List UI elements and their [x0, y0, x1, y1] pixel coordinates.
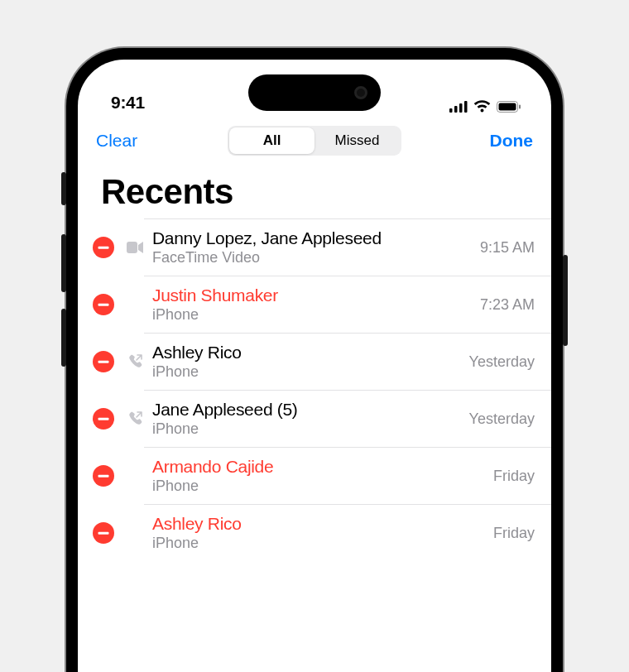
side-button	[563, 255, 568, 346]
volume-up-button	[61, 234, 66, 292]
call-type-icon	[126, 524, 144, 542]
call-info: Ashley RicoiPhone	[152, 343, 461, 381]
svg-rect-0	[449, 108, 453, 113]
call-name: Ashley Rico	[152, 514, 485, 534]
segment-missed[interactable]: Missed	[314, 127, 400, 154]
call-row[interactable]: Justin ShumakeriPhone7:23 AM	[144, 276, 551, 333]
svg-rect-5	[499, 103, 516, 110]
call-type-icon	[126, 238, 144, 257]
call-type-icon	[126, 467, 144, 485]
call-time: Yesterday	[469, 410, 535, 428]
call-sub: iPhone	[152, 363, 461, 381]
call-name: Danny Lopez, Jane Appleseed	[152, 228, 472, 248]
call-name: Justin Shumaker	[152, 286, 472, 305]
call-row[interactable]: Danny Lopez, Jane AppleseedFaceTime Vide…	[144, 218, 551, 276]
dynamic-island	[248, 74, 381, 111]
svg-rect-1	[454, 106, 458, 113]
phone-frame: 9:41 Clear All Missed Done Recents Danny…	[66, 48, 563, 672]
battery-icon	[497, 101, 521, 113]
volume-down-button	[61, 309, 66, 367]
call-sub: iPhone	[152, 478, 485, 495]
delete-icon[interactable]	[93, 351, 114, 372]
status-icons	[449, 100, 521, 113]
wifi-icon	[473, 100, 491, 113]
call-name: Ashley Rico	[152, 343, 461, 362]
page-title: Recents	[78, 161, 551, 218]
segment-all[interactable]: All	[229, 127, 314, 154]
call-time: Friday	[493, 468, 535, 485]
call-time: 9:15 AM	[480, 239, 535, 257]
call-info: Ashley RicoiPhone	[152, 514, 485, 552]
nav-bar: Clear All Missed Done	[78, 118, 551, 161]
clear-button[interactable]: Clear	[96, 131, 154, 151]
recents-list: Danny Lopez, Jane AppleseedFaceTime Vide…	[78, 218, 551, 561]
delete-icon[interactable]	[93, 465, 114, 487]
screen: 9:41 Clear All Missed Done Recents Danny…	[78, 60, 551, 672]
status-time: 9:41	[111, 93, 145, 113]
delete-icon[interactable]	[93, 237, 114, 258]
call-info: Armando CajideiPhone	[152, 457, 485, 495]
delete-icon[interactable]	[93, 408, 114, 430]
svg-rect-2	[459, 103, 463, 113]
call-sub: FaceTime Video	[152, 249, 472, 266]
call-time: 7:23 AM	[480, 296, 535, 314]
call-info: Justin ShumakeriPhone	[152, 286, 472, 324]
call-type-icon	[126, 353, 144, 371]
silent-switch	[61, 172, 66, 205]
call-row[interactable]: Armando CajideiPhoneFriday	[144, 447, 551, 504]
call-name: Armando Cajide	[152, 457, 485, 477]
call-name: Jane Appleseed (5)	[152, 400, 461, 420]
call-sub: iPhone	[152, 535, 485, 552]
svg-rect-6	[519, 104, 521, 108]
segmented-control[interactable]: All Missed	[228, 126, 401, 156]
call-time: Friday	[493, 525, 535, 542]
svg-rect-3	[464, 101, 468, 113]
call-sub: iPhone	[152, 420, 461, 438]
call-type-icon	[126, 410, 144, 428]
delete-icon[interactable]	[93, 522, 114, 544]
front-camera	[354, 86, 367, 99]
delete-icon[interactable]	[93, 294, 114, 315]
call-time: Yesterday	[469, 353, 535, 371]
call-row[interactable]: Ashley RicoiPhoneFriday	[144, 504, 551, 561]
call-row[interactable]: Jane Appleseed (5)iPhoneYesterday	[144, 390, 551, 447]
svg-rect-7	[127, 242, 137, 253]
call-row[interactable]: Ashley RicoiPhoneYesterday	[144, 333, 551, 390]
cellular-icon	[449, 101, 468, 113]
done-button[interactable]: Done	[475, 131, 533, 151]
call-info: Jane Appleseed (5)iPhone	[152, 400, 461, 438]
call-sub: iPhone	[152, 306, 472, 324]
call-type-icon	[126, 295, 144, 314]
call-info: Danny Lopez, Jane AppleseedFaceTime Vide…	[152, 228, 472, 266]
